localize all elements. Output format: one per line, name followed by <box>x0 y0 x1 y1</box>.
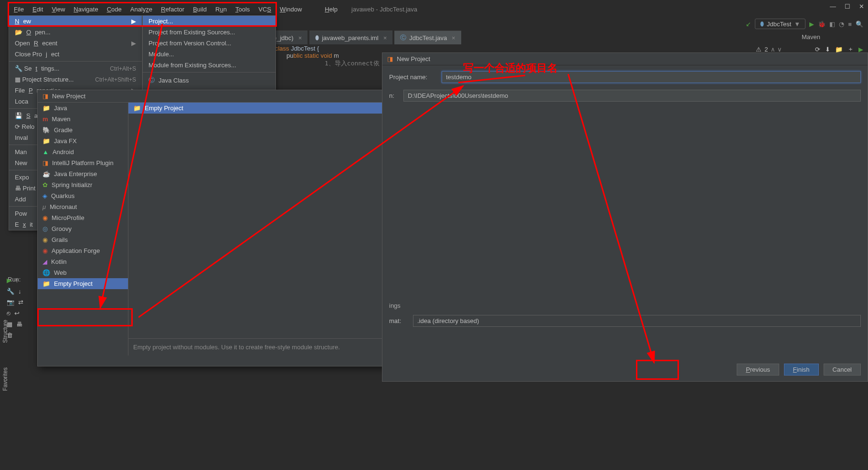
tab-close-icon[interactable]: × <box>383 34 387 42</box>
folder-icon[interactable]: 📁 <box>835 46 843 53</box>
new-project-name-dialog: ◨ New Project Project name: n: ings mat:… <box>382 52 868 382</box>
menu-item-new[interactable]: New▶ <box>9 16 142 27</box>
exit-icon[interactable]: ⎋ <box>7 310 11 317</box>
menu-edit[interactable]: Edit <box>28 5 47 14</box>
maven-tool-label[interactable]: Maven <box>802 33 820 41</box>
menu-help[interactable]: Help <box>320 5 342 14</box>
rerun-icon[interactable]: ▶ <box>7 277 11 284</box>
finish-button[interactable]: Finish <box>784 364 819 376</box>
tab-close-icon[interactable]: × <box>298 34 302 42</box>
category-java[interactable]: 📁Java <box>38 103 128 114</box>
menu-window[interactable]: Window <box>275 5 306 14</box>
category-empty-project[interactable]: 📁Empty Project <box>38 278 128 289</box>
category-microprofile[interactable]: ◉MicroProfile <box>38 212 128 223</box>
inspection-warnings[interactable]: ⚠ 2 ∧ ∨ <box>756 46 782 53</box>
menu-run[interactable]: Run <box>211 5 231 14</box>
menu-tools[interactable]: Tools <box>231 5 254 14</box>
structure-tool-label[interactable]: Structure <box>2 320 9 343</box>
camera-icon[interactable]: 📷 <box>7 299 14 306</box>
more-settings-label[interactable]: ings <box>389 302 861 309</box>
submenu-project-existing[interactable]: Project from Existing Sources... <box>143 27 275 38</box>
menu-navigate[interactable]: Navigate <box>69 5 102 14</box>
submenu-module[interactable]: Module... <box>143 49 275 60</box>
cancel-button[interactable]: Cancel <box>824 364 861 376</box>
category-jee[interactable]: ☕Java Enterprise <box>38 168 128 179</box>
location-label: n: <box>389 92 399 99</box>
menu-item-project-structure[interactable]: ▦ Project Structure...Ctrl+Alt+Shift+S <box>9 74 142 85</box>
template-category-list: 📁Java mMaven 🐘Gradle 📁Java FX ▲Android ◨… <box>38 103 128 355</box>
category-micronaut[interactable]: μMicronaut <box>38 201 128 212</box>
annotation-text: 写一个合适的项目名 <box>463 61 558 75</box>
menu-item-open[interactable]: 📂Open... <box>9 27 142 38</box>
category-javafx[interactable]: 📁Java FX <box>38 136 128 146</box>
menu-item-settings[interactable]: 🔧 Settings...Ctrl+Alt+S <box>9 63 142 74</box>
category-grails[interactable]: ◉Grails <box>38 234 128 245</box>
dialog-title: New Project <box>52 93 85 100</box>
editor-tabs: b_jdbc)× ⬮javaweb_parents.iml× ⒸJdbcTest… <box>267 31 461 44</box>
download-icon[interactable]: ⬇ <box>825 46 830 53</box>
category-quarkus[interactable]: ◈Quarkus <box>38 190 128 201</box>
project-name-label: Project name: <box>389 73 437 81</box>
category-plugin[interactable]: ◨IntelliJ Platform Plugin <box>38 157 128 168</box>
refresh-icon[interactable]: ⟳ <box>815 46 820 53</box>
wrench-icon[interactable]: 🔧 <box>7 288 14 295</box>
build-icon[interactable]: ↙ <box>746 21 751 28</box>
category-maven[interactable]: mMaven <box>38 114 128 125</box>
category-spring[interactable]: ✿Spring Initializr <box>38 179 128 190</box>
template-list: 📁Empty Project Empty project without mod… <box>128 103 423 355</box>
template-description: Empty project without modules. Use it to… <box>128 338 423 355</box>
run-icon[interactable]: ▶ <box>809 21 814 28</box>
filter-icon[interactable]: ⇄ <box>18 299 23 306</box>
submenu-module-existing[interactable]: Module from Existing Sources... <box>143 60 275 71</box>
previous-button[interactable]: Previous <box>737 364 779 376</box>
run-config-label: JdbcTest <box>767 21 791 28</box>
search-icon[interactable]: 🔍 <box>856 21 863 28</box>
template-empty-project[interactable]: 📁Empty Project <box>128 103 423 114</box>
submenu-project[interactable]: Project... <box>143 16 275 27</box>
tab-jdbctest[interactable]: ⒸJdbcTest.java× <box>394 31 461 44</box>
toolbar: ↙ ⬮ JdbcTest ▼ ▶ 🐞 ◧ ◔ ■ 🔍 <box>746 17 863 31</box>
coverage-icon[interactable]: ◧ <box>829 21 835 28</box>
dialog-title-2: New Project <box>397 55 430 63</box>
format-select[interactable]: .idea (directory based) <box>413 315 861 327</box>
menu-item-open-recent[interactable]: Open Recent▶ <box>9 38 142 49</box>
category-android[interactable]: ▲Android <box>38 146 128 157</box>
run-gutter: ▶↑ 🔧↓ 📷⇄ ⎋↩ ▦🖶 🗑 <box>7 277 31 343</box>
up-icon[interactable]: ↑ <box>15 277 19 284</box>
stop-icon[interactable]: ■ <box>848 21 852 28</box>
minimize-icon[interactable]: — <box>830 3 836 10</box>
wrap-icon[interactable]: ↩ <box>14 310 20 317</box>
favorites-tool-label[interactable]: Favorites <box>2 367 9 391</box>
menu-item-close-project[interactable]: Close Project <box>9 49 142 60</box>
menu-file[interactable]: File <box>10 5 28 14</box>
window-controls: — ☐ ✕ <box>830 3 864 10</box>
warning-icon: ⚠ <box>756 46 762 53</box>
menu-vcs[interactable]: VCS <box>254 5 275 14</box>
location-input[interactable] <box>403 90 861 102</box>
category-forge[interactable]: ◉Application Forge <box>38 245 128 256</box>
submenu-java-class[interactable]: ⒸJava Class <box>143 74 275 86</box>
maximize-icon[interactable]: ☐ <box>845 3 850 10</box>
menu-build[interactable]: Build <box>189 5 211 14</box>
category-gradle[interactable]: 🐘Gradle <box>38 125 128 136</box>
new-submenu-popup: Project... Project from Existing Sources… <box>142 15 276 98</box>
submenu-project-vc[interactable]: Project from Version Control... <box>143 38 275 49</box>
window-title: javaweb - JdbcTest.java <box>351 6 417 13</box>
menu-refactor[interactable]: Refactor <box>157 5 189 14</box>
close-icon[interactable]: ✕ <box>859 3 864 10</box>
menu-analyze[interactable]: Analyze <box>126 5 157 14</box>
profile-icon[interactable]: ◔ <box>839 21 844 28</box>
menu-view[interactable]: View <box>47 5 69 14</box>
run-config-dropdown[interactable]: ⬮ JdbcTest ▼ <box>755 19 805 29</box>
debug-icon[interactable]: 🐞 <box>818 21 826 28</box>
category-kotlin[interactable]: ◢Kotlin <box>38 256 128 267</box>
run-maven-icon[interactable]: ▶ <box>858 46 863 53</box>
print-icon[interactable]: 🖶 <box>16 321 22 328</box>
tab-close-icon[interactable]: × <box>452 34 455 42</box>
menubar: File Edit View Navigate Code Analyze Ref… <box>10 4 868 14</box>
menu-code[interactable]: Code <box>103 5 126 14</box>
down-icon[interactable]: ↓ <box>18 288 21 295</box>
category-groovy[interactable]: ◎Groovy <box>38 223 128 234</box>
tab-iml[interactable]: ⬮javaweb_parents.iml× <box>309 31 392 44</box>
category-web[interactable]: 🌐Web <box>38 267 128 278</box>
